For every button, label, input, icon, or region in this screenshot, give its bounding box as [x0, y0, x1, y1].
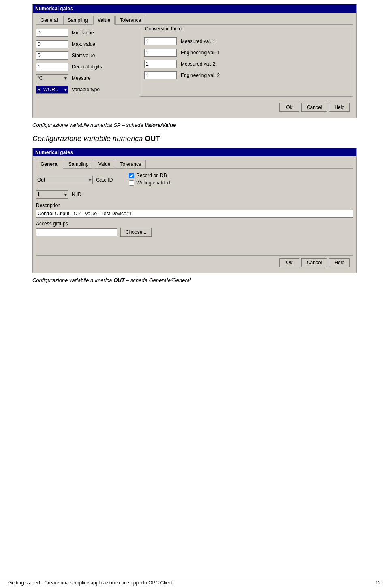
description-section: Description [36, 203, 353, 218]
nid-label: N ID [72, 192, 81, 197]
measured-val1-row: Measured val. 1 [144, 37, 348, 45]
min-value-label: Min. value [72, 30, 94, 36]
tab2-sampling[interactable]: Sampling [64, 160, 93, 168]
dialog2-tab-bar: General Sampling Value Tolerance [36, 160, 353, 169]
dialog1-cancel-button[interactable]: Cancel [301, 103, 327, 112]
caption2-scheda: scheda [130, 277, 147, 283]
caption1-italic: Configurazione variabile numerica [32, 122, 112, 128]
dialog1-tab-bar: General Sampling Value Tolerance [36, 16, 353, 25]
variable-type-row: S_WORD ▼ Variable type [36, 86, 125, 94]
engineering-val2-row: Engineering val. 2 [144, 71, 348, 79]
writing-enabled-label: Writing enabled [136, 180, 170, 186]
engineering-val1-row: Engineering val. 1 [144, 49, 348, 57]
measure-select[interactable]: °C [36, 74, 68, 82]
caption2-italic: Configurazione variabile numerica [32, 277, 112, 283]
gate-id-select[interactable]: Out [36, 176, 93, 184]
measured-val2-label: Measured val. 2 [181, 61, 215, 67]
dialog2-help-button[interactable]: Help [329, 258, 350, 267]
gate-id-row: Out ▼ Gate ID Record on DB Writing enabl… [36, 173, 353, 187]
min-value-input[interactable] [36, 29, 68, 37]
dialog2-titlebar: Numerical gates [33, 148, 356, 156]
caption2: Configurazione variabile numerica OUT – … [32, 277, 357, 283]
engineering-val2-label: Engineering val. 2 [181, 73, 220, 78]
access-groups-label: Access groups [36, 221, 353, 227]
variable-type-select[interactable]: S_WORD [36, 86, 68, 94]
dialog2-cancel-button[interactable]: Cancel [301, 258, 327, 267]
caption1: Configurazione variabile numerica SP – s… [32, 122, 357, 128]
tab-tolerance[interactable]: Tolerance [115, 16, 145, 24]
access-groups-input[interactable] [36, 228, 117, 236]
section-heading-italic: Configurazione variabile numerica [32, 135, 143, 143]
dialog2-ok-button[interactable]: Ok [279, 258, 299, 267]
measured-val1-label: Measured val. 1 [181, 38, 215, 44]
checkboxes-section: Record on DB Writing enabled [129, 173, 170, 187]
max-value-row: Max. value [36, 40, 125, 48]
tab-general[interactable]: General [36, 16, 62, 24]
measured-val2-input[interactable] [144, 60, 177, 68]
decimal-digits-row: Decimal digits [36, 63, 125, 71]
tab2-general[interactable]: General [36, 160, 63, 169]
caption1-scheda: scheda [126, 122, 143, 128]
engineering-val1-label: Engineering val. 1 [181, 50, 220, 56]
dialog1-btn-bar: Ok Cancel Help [36, 100, 353, 114]
tab-sampling[interactable]: Sampling [63, 16, 92, 24]
description-label: Description [36, 203, 353, 208]
caption2-dash: – [126, 277, 130, 283]
conversion-factor-legend: Conversion factor [143, 26, 185, 32]
dialog2-window: Numerical gates General Sampling Value T… [32, 148, 357, 273]
engineering-val2-input[interactable] [144, 71, 177, 79]
choose-button[interactable]: Choose... [120, 228, 152, 237]
nid-select[interactable]: 1 [36, 190, 68, 199]
engineering-val1-input[interactable] [144, 49, 177, 57]
caption1-bold: Valore/Value [145, 122, 176, 128]
caption2-normal: Generale/General [149, 277, 191, 283]
start-value-label: Start value [72, 53, 95, 58]
decimal-digits-input[interactable] [36, 63, 68, 71]
max-value-label: Max. value [72, 41, 95, 47]
measured-val2-row: Measured val. 2 [144, 60, 348, 68]
record-on-db-row: Record on DB [129, 173, 170, 178]
page-footer: Getting started - Creare una semplice ap… [0, 577, 389, 588]
dialog1-window: Numerical gates General Sampling Value T… [32, 4, 357, 118]
min-value-row: Min. value [36, 29, 125, 37]
footer-left: Getting started - Creare una semplice ap… [8, 580, 173, 586]
measured-val1-input[interactable] [144, 37, 177, 45]
max-value-input[interactable] [36, 40, 68, 48]
measure-label: Measure [72, 75, 91, 81]
tab2-tolerance[interactable]: Tolerance [116, 160, 146, 168]
footer-right: 12 [376, 580, 381, 586]
dialog1-ok-button[interactable]: Ok [279, 103, 299, 112]
caption2-bold: OUT [113, 277, 124, 283]
dialog1-title: Numerical gates [35, 6, 73, 11]
conversion-factor-group: Conversion factor Measured val. 1 Engine… [140, 29, 353, 97]
gate-id-label: Gate ID [96, 177, 113, 183]
record-on-db-checkbox[interactable] [129, 173, 134, 178]
decimal-digits-label: Decimal digits [72, 64, 102, 70]
measure-row: °C ▼ Measure [36, 74, 125, 82]
writing-enabled-row: Writing enabled [129, 180, 170, 186]
description-input[interactable] [36, 210, 353, 218]
writing-enabled-checkbox[interactable] [129, 180, 134, 186]
caption1-sp: SP – [113, 122, 126, 128]
dialog1-help-button[interactable]: Help [329, 103, 350, 112]
record-on-db-label: Record on DB [136, 173, 167, 178]
start-value-input[interactable] [36, 51, 68, 60]
tab2-value[interactable]: Value [94, 160, 115, 168]
tab-value[interactable]: Value [93, 16, 115, 25]
section-heading-bold: OUT [145, 135, 160, 143]
nid-row: 1 ▼ N ID [36, 190, 353, 199]
variable-type-label: Variable type [72, 87, 100, 92]
dialog1-titlebar: Numerical gates [33, 4, 356, 13]
section-heading: Configurazione variabile numerica OUT [32, 135, 357, 143]
start-value-row: Start value [36, 51, 125, 60]
dialog2-title: Numerical gates [35, 150, 73, 155]
access-groups-section: Access groups Choose... [36, 221, 353, 237]
dialog2-btn-bar: Ok Cancel Help [36, 255, 353, 269]
